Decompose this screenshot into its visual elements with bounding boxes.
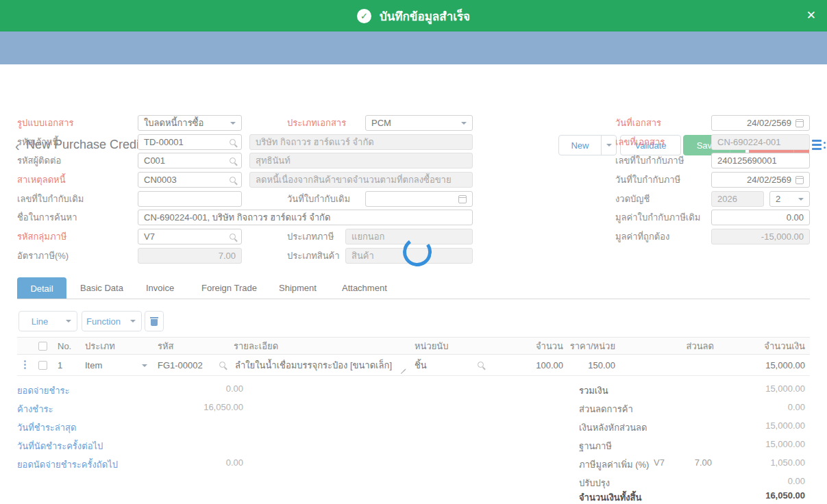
tax-rate-value: 7.00 [144, 251, 236, 261]
doc-format-select[interactable]: ใบลดหนี้การซื้อ [138, 115, 242, 131]
chevron-down-icon[interactable] [798, 198, 804, 201]
orig-tax-value-input[interactable]: 0.00 [711, 210, 810, 225]
col-no: No. [58, 338, 71, 355]
top-navbar: System Management Company Manager Vendor… [0, 32, 827, 64]
period-label: งวดบัญชี [615, 191, 650, 207]
correct-value-label: มูลค่าที่ถูกต้อง [615, 229, 669, 244]
tab-invoice[interactable]: Invoice [146, 277, 174, 299]
search-icon[interactable] [230, 177, 236, 183]
trade-discount-value: 0.00 [788, 402, 805, 412]
doc-date-input[interactable]: 24/02/2569 [711, 115, 810, 131]
row-checkbox[interactable] [38, 361, 47, 370]
doc-type-select[interactable]: PCM [365, 115, 473, 131]
tax-invoice-date-input[interactable]: 24/02/2569 [711, 172, 810, 188]
vendor-code-label: รหัสเจ้าหนี้ [17, 134, 58, 150]
contact-code-input[interactable]: C001 [138, 153, 242, 168]
search-icon[interactable] [230, 234, 236, 240]
period-year-value: 2026 [717, 194, 758, 204]
row-code[interactable]: FG1-00002 [158, 355, 203, 376]
calendar-icon[interactable] [795, 176, 804, 184]
line-dropdown-caret-icon[interactable] [60, 312, 77, 331]
search-icon[interactable] [219, 362, 225, 368]
col-unit: หน่วยนับ [415, 338, 449, 355]
search-name-input[interactable]: CN-690224-001, บริษัท กิจถาวร ฮาร์ดแวร์ … [138, 210, 473, 225]
chevron-down-icon[interactable] [142, 364, 147, 367]
new-button-label[interactable]: New [559, 136, 601, 155]
last-payment-date-label: วันที่ชำระล่าสุด [17, 420, 77, 435]
paid-amount-label: ยอดจ่ายชำระ [17, 383, 70, 398]
search-icon[interactable] [478, 362, 484, 368]
vat-label: ภาษีมูลค่าเพิ่ม (%) [579, 457, 649, 472]
calendar-icon[interactable] [795, 119, 804, 127]
chevron-down-icon[interactable] [461, 122, 467, 125]
row-amount: 15,000.00 [765, 355, 805, 376]
trash-icon[interactable] [145, 312, 163, 331]
function-button[interactable]: Function [82, 311, 142, 331]
after-discount-label: เงินหลังหักส่วนลด [579, 420, 647, 435]
orig-invoice-date-input[interactable] [365, 191, 473, 207]
next-payment-date-label: วันที่นัดชำระครั้งต่อไป [17, 439, 103, 453]
vat-rate: 7.00 [695, 457, 712, 468]
grand-total-label: จำนวนเงินทั้งสิ้น [579, 490, 641, 504]
search-icon[interactable] [230, 158, 236, 164]
tax-group-label: รหัสกลุ่มภาษี [17, 229, 66, 244]
new-button[interactable]: New [558, 135, 617, 155]
search-icon[interactable] [230, 139, 236, 145]
col-description: รายละเอียด [234, 338, 278, 355]
check-circle-icon: ✓ [357, 9, 371, 23]
select-all-checkbox[interactable] [38, 342, 47, 351]
period-month-select[interactable]: 2 [769, 191, 810, 207]
new-dropdown-caret-icon[interactable] [601, 136, 616, 155]
tab-detail[interactable]: Detail [17, 277, 66, 299]
vendor-name-field: บริษัท กิจถาวร ฮาร์ดแวร์ จำกัด [249, 134, 473, 150]
line-table-header: No. ประเภท รหัส รายละเอียด หน่วยนับ จำนว… [17, 337, 810, 355]
next-payment-amount-label: ยอดนัดจ่ายชำระครั้งถัดไป [17, 457, 118, 472]
tax-group-value: V7 [144, 231, 225, 242]
table-row[interactable]: 1 Item FG1-00002 ลำใยในน้ำเชื่อมบรรจุกระ… [17, 355, 810, 376]
doc-format-value: ใบลดหนี้การซื้อ [144, 116, 226, 130]
row-unit[interactable]: ชิ้น [415, 355, 427, 376]
row-type-select[interactable]: Item [85, 355, 102, 376]
tax-rate-label: อัตราภาษี(%) [17, 248, 69, 264]
tab-basic-data[interactable]: Basic Data [80, 277, 123, 299]
delete-line-button[interactable] [145, 311, 164, 331]
tab-attachment[interactable]: Attachment [342, 277, 387, 299]
contact-name-field: สุทธินันท์ [249, 153, 473, 168]
tax-group-input[interactable]: V7 [138, 229, 242, 244]
row-description[interactable]: ลำใยในน้ำเชื่อมบรรจุกระป๋อง [ขนาดเล็ก] [235, 355, 392, 376]
credit-reason-name-field: ลดหนี้เนื่องจากสินค้าขาดจำนวนตามที่ตกลงซ… [249, 172, 473, 188]
tab-shipment[interactable]: Shipment [279, 277, 317, 299]
function-dropdown-caret-icon[interactable] [125, 312, 141, 331]
doc-date-value: 24/02/2569 [717, 118, 791, 128]
tax-base-label: ฐานภาษี [579, 439, 612, 453]
search-name-value: CN-690224-001, บริษัท กิจถาวร ฮาร์ดแวร์ … [144, 210, 467, 225]
doc-type-value: PCM [371, 118, 457, 128]
tax-invoice-no-label: เลขที่ใบกำกับภาษี [615, 153, 684, 168]
col-discount: ส่วนลด [686, 338, 714, 355]
orig-invoice-no-input[interactable] [138, 191, 242, 207]
doc-type-label: ประเภทเอกสาร [287, 115, 346, 131]
purchase-credit-memo-page: ✓ บันทึกข้อมูลสำเร็จ ✕ System Management… [0, 0, 827, 504]
search-name-label: ชื่อในการค้นหา [17, 210, 77, 225]
row-qty[interactable]: 100.00 [536, 355, 563, 376]
vendor-code-input[interactable]: TD-00001 [138, 134, 242, 150]
tax-base-value: 15,000.00 [765, 439, 805, 449]
calendar-icon[interactable] [458, 195, 467, 203]
after-discount-value: 15,000.00 [765, 420, 805, 431]
list-menu-icon[interactable] [812, 140, 826, 151]
chevron-down-icon[interactable] [230, 122, 236, 125]
correct-value-value: -15,000.00 [717, 231, 804, 242]
drag-handle-icon[interactable] [24, 360, 26, 369]
line-button-label[interactable]: Line [19, 312, 60, 331]
doc-format-label: รูปแบบเอกสาร [17, 115, 73, 131]
row-unit-price[interactable]: 150.00 [588, 355, 615, 376]
tab-foreign-trade[interactable]: Foreign Trade [201, 277, 257, 299]
line-button[interactable]: Line [18, 311, 77, 331]
credit-reason-input[interactable]: CN0003 [138, 172, 242, 188]
banner-close-icon[interactable]: ✕ [806, 8, 816, 23]
tax-invoice-no-input[interactable]: 240125690001 [711, 153, 810, 168]
doc-no-value: CN-690224-001 [717, 137, 804, 147]
function-button-label[interactable]: Function [82, 312, 125, 331]
resize-handle-icon[interactable] [401, 367, 406, 373]
total-value: 15,000.00 [765, 383, 805, 394]
